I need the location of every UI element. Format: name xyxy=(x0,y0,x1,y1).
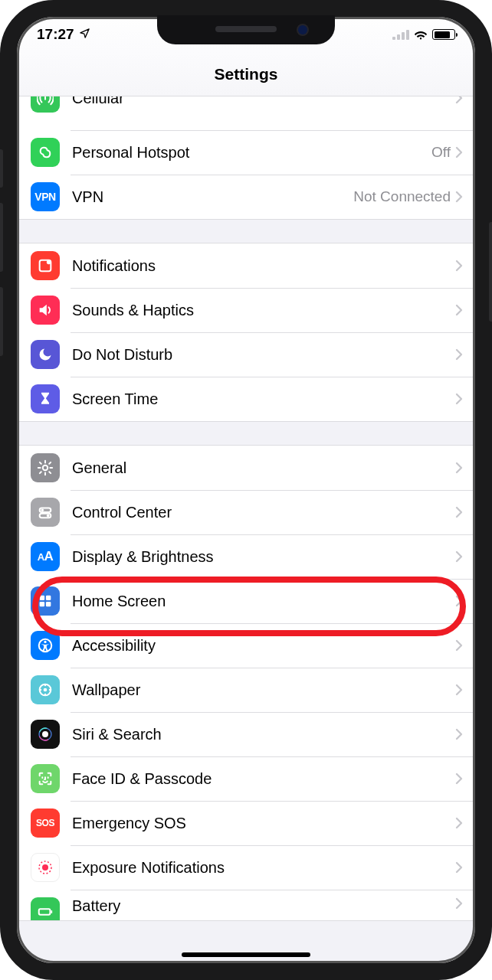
settings-row-controlcenter[interactable]: Control Center xyxy=(17,490,475,534)
chevron-right-icon xyxy=(455,817,463,829)
side-button xyxy=(0,287,3,356)
settings-row-label: General xyxy=(72,459,455,477)
settings-row-screentime[interactable]: Screen Time xyxy=(17,377,475,421)
notch-camera xyxy=(298,25,307,34)
siri-icon xyxy=(31,720,60,749)
general-icon xyxy=(31,453,60,482)
chevron-right-icon xyxy=(455,684,463,696)
svg-point-22 xyxy=(42,731,48,737)
chevron-right-icon xyxy=(455,506,463,518)
home-indicator[interactable] xyxy=(182,952,310,957)
exposure-icon xyxy=(31,853,60,882)
location-icon xyxy=(79,26,90,43)
cellular-signal-icon xyxy=(392,29,409,40)
settings-row-faceid[interactable]: Face ID & Passcode xyxy=(17,756,475,801)
wifi-icon xyxy=(414,28,428,41)
screen: 17:27 Settings Cellular xyxy=(17,17,475,963)
svg-point-17 xyxy=(40,689,41,691)
side-button xyxy=(0,203,3,272)
faceid-icon xyxy=(31,764,60,793)
settings-group-connectivity: Cellular Personal Hotspot Off VPN VPN No… xyxy=(17,96,475,220)
settings-row-label: Emergency SOS xyxy=(72,815,455,832)
emergency-icon: SOS xyxy=(31,808,60,838)
svg-rect-8 xyxy=(46,596,51,600)
settings-row-vpn[interactable]: VPN VPN Not Connected xyxy=(17,175,475,219)
settings-row-siri[interactable]: Siri & Search xyxy=(17,712,475,756)
notch xyxy=(157,15,335,44)
battery-status-icon xyxy=(432,29,455,40)
settings-row-label: Face ID & Passcode xyxy=(72,770,455,788)
chevron-right-icon xyxy=(455,348,463,361)
chevron-right-icon xyxy=(455,146,463,158)
settings-list[interactable]: Cellular Personal Hotspot Off VPN VPN No… xyxy=(17,96,475,963)
statusbar-right xyxy=(392,28,455,41)
svg-rect-7 xyxy=(40,596,44,600)
settings-row-exposure[interactable]: Exposure Notifications xyxy=(17,845,475,890)
settings-row-wallpaper[interactable]: Wallpaper xyxy=(17,668,475,712)
svg-rect-9 xyxy=(40,602,44,606)
settings-row-label: Cellular xyxy=(72,96,455,107)
settings-row-sounds[interactable]: Sounds & Haptics xyxy=(17,288,475,332)
settings-row-label: Exposure Notifications xyxy=(72,859,455,877)
settings-group-alerts: Notifications Sounds & Haptics Do Not Di… xyxy=(17,243,475,422)
svg-rect-25 xyxy=(39,909,51,914)
settings-row-label: Wallpaper xyxy=(72,681,455,699)
settings-row-battery[interactable]: Battery xyxy=(17,890,475,920)
chevron-right-icon xyxy=(455,304,463,316)
settings-row-label: Sounds & Haptics xyxy=(72,302,455,319)
accessibility-icon xyxy=(31,631,60,660)
settings-row-label: Notifications xyxy=(72,257,455,275)
header: Settings xyxy=(17,52,475,96)
settings-row-display[interactable]: AA Display & Brightness xyxy=(17,534,475,579)
chevron-right-icon xyxy=(455,191,463,203)
svg-point-4 xyxy=(41,508,44,511)
settings-row-notifications[interactable]: Notifications xyxy=(17,243,475,288)
settings-row-hotspot[interactable]: Personal Hotspot Off xyxy=(17,130,475,175)
svg-point-16 xyxy=(44,694,46,695)
svg-point-23 xyxy=(42,864,48,871)
settings-row-detail: Not Connected xyxy=(353,188,451,205)
page-title: Settings xyxy=(215,65,278,83)
settings-row-label: Accessibility xyxy=(72,637,455,655)
homescreen-icon xyxy=(31,586,60,616)
chevron-right-icon xyxy=(455,550,463,563)
hotspot-icon xyxy=(31,138,60,167)
statusbar-left: 17:27 xyxy=(37,26,90,43)
chevron-right-icon xyxy=(455,861,463,874)
chevron-right-icon xyxy=(455,773,463,785)
settings-group-general: General Control Center AA Display & Brig… xyxy=(17,445,475,921)
display-icon: AA xyxy=(31,542,60,571)
settings-row-label: Screen Time xyxy=(72,390,455,408)
controlcenter-icon xyxy=(31,498,60,527)
chevron-right-icon xyxy=(455,462,463,474)
sounds-icon xyxy=(31,296,60,325)
svg-point-14 xyxy=(44,688,48,692)
settings-row-label: Do Not Disturb xyxy=(72,346,455,364)
battery-icon xyxy=(31,897,60,920)
settings-row-emergency[interactable]: SOS Emergency SOS xyxy=(17,801,475,845)
notch-speaker xyxy=(215,26,277,32)
settings-row-general[interactable]: General xyxy=(17,446,475,490)
settings-row-label: Control Center xyxy=(72,504,455,521)
chevron-right-icon xyxy=(455,595,463,607)
chevron-right-icon xyxy=(455,897,463,910)
settings-row-detail: Off xyxy=(431,144,451,161)
chevron-right-icon xyxy=(455,728,463,740)
chevron-right-icon xyxy=(455,96,463,104)
notifications-icon xyxy=(31,251,60,280)
chevron-right-icon xyxy=(455,639,463,652)
chevron-right-icon xyxy=(455,260,463,272)
svg-point-6 xyxy=(47,514,50,518)
svg-point-12 xyxy=(44,641,46,643)
settings-row-cellular[interactable]: Cellular xyxy=(17,96,475,130)
settings-row-label: Home Screen xyxy=(72,593,455,610)
statusbar-time: 17:27 xyxy=(37,26,74,43)
cellular-icon xyxy=(31,96,60,113)
settings-row-label: VPN xyxy=(72,188,353,206)
settings-row-homescreen[interactable]: Home Screen xyxy=(17,579,475,623)
settings-row-label: Display & Brightness xyxy=(72,548,455,566)
settings-row-dnd[interactable]: Do Not Disturb xyxy=(17,332,475,377)
settings-row-accessibility[interactable]: Accessibility xyxy=(17,623,475,668)
chevron-right-icon xyxy=(455,393,463,405)
svg-point-18 xyxy=(49,689,51,691)
